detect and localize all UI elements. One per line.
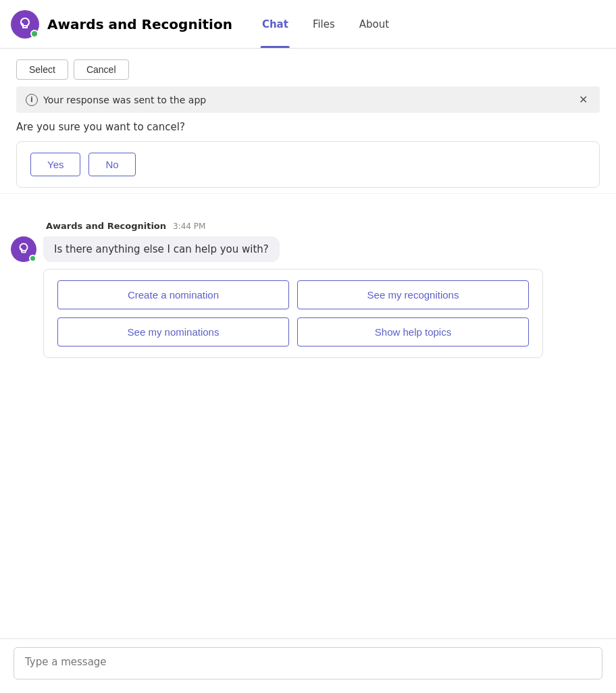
select-button[interactable]: Select	[16, 59, 68, 80]
select-cancel-row: Select Cancel	[16, 59, 600, 80]
yes-no-card: Yes No	[16, 141, 600, 188]
close-banner-button[interactable]: ✕	[576, 93, 590, 106]
chat-area: Select Cancel i Your response was sent t…	[0, 49, 616, 436]
app-header: Awards and Recognition Chat Files About	[0, 0, 616, 49]
tab-chat[interactable]: Chat	[251, 0, 299, 48]
bot-name: Awards and Recognition	[46, 221, 166, 231]
bot-bubble: Is there anything else I can help you wi…	[43, 236, 280, 262]
tab-files[interactable]: Files	[302, 0, 346, 48]
online-indicator	[30, 30, 38, 38]
bot-row: Is there anything else I can help you wi…	[11, 236, 605, 358]
message-input-area	[0, 638, 616, 693]
bot-content: Is there anything else I can help you wi…	[43, 236, 605, 358]
tab-about[interactable]: About	[349, 0, 400, 48]
nav-tabs: Chat Files About	[251, 0, 400, 48]
prev-message-area: Select Cancel i Your response was sent t…	[0, 49, 616, 194]
app-title: Awards and Recognition	[47, 16, 232, 32]
bot-meta: Awards and Recognition 3:44 PM	[11, 221, 605, 231]
app-icon	[11, 10, 39, 38]
info-text: Your response was sent to the app	[43, 95, 206, 105]
no-button[interactable]: No	[88, 153, 135, 176]
bot-message-section: Awards and Recognition 3:44 PM Is there …	[0, 215, 616, 369]
create-nomination-button[interactable]: Create a nomination	[57, 280, 289, 309]
action-card: Create a nomination See my recognitions …	[43, 269, 543, 358]
show-help-button[interactable]: Show help topics	[297, 317, 529, 346]
action-grid: Create a nomination See my recognitions …	[57, 280, 529, 346]
cancel-button[interactable]: Cancel	[74, 59, 129, 80]
info-banner: i Your response was sent to the app ✕	[16, 86, 600, 113]
info-icon: i	[26, 94, 38, 106]
message-input[interactable]	[14, 647, 602, 679]
yes-button[interactable]: Yes	[30, 153, 80, 176]
see-nominations-button[interactable]: See my nominations	[57, 317, 289, 346]
info-banner-content: i Your response was sent to the app	[26, 94, 206, 106]
cancel-question: Are you sure you want to cancel?	[16, 121, 600, 133]
bot-time: 3:44 PM	[173, 222, 205, 231]
see-recognitions-button[interactable]: See my recognitions	[297, 280, 529, 309]
bot-avatar	[11, 236, 36, 262]
bot-online-indicator	[29, 255, 36, 262]
